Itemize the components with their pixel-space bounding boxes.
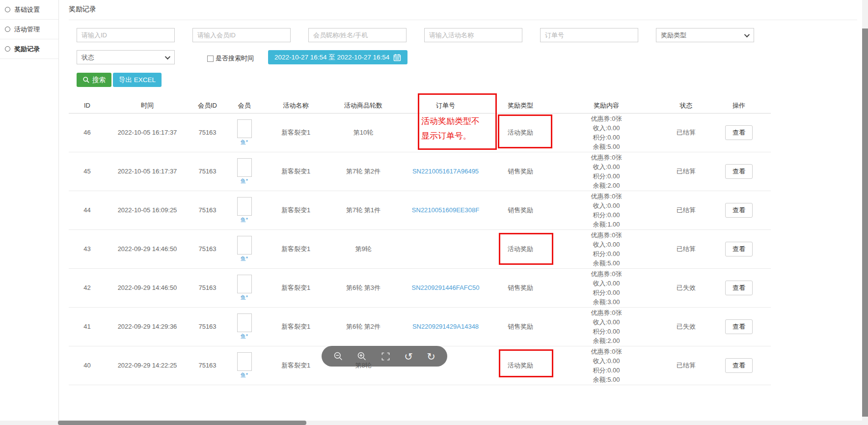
member-name[interactable]: 鱼*	[241, 216, 248, 224]
member-id-input[interactable]	[192, 28, 291, 42]
cell-reward-type: 销售奖励	[493, 307, 547, 346]
radio-circle-icon	[5, 7, 10, 12]
order-number-link[interactable]: SN2209291429A14348	[412, 323, 479, 330]
cell-status: 已失效	[665, 307, 707, 346]
fullscreen-icon[interactable]	[381, 352, 390, 361]
cell-order-number: SN2210051617A96495	[398, 152, 493, 191]
member-name[interactable]: 鱼*	[241, 255, 248, 262]
reward-coupon: 优惠券:0张	[547, 308, 665, 317]
member-avatar[interactable]	[237, 158, 252, 177]
reward-income: 收入:0.00	[547, 201, 665, 210]
cell-time: 2022-09-29 14:22:25	[106, 346, 189, 385]
zoom-out-icon[interactable]	[333, 351, 343, 361]
col-header-order: 订单号	[398, 98, 493, 113]
view-button[interactable]: 查看	[725, 358, 753, 373]
export-excel-button[interactable]: 导出 EXCEL	[113, 73, 162, 87]
reward-income: 收入:0.00	[547, 317, 665, 327]
zoom-in-icon[interactable]	[357, 351, 367, 361]
reward-balance: 余额:3.00	[547, 297, 665, 307]
member-name[interactable]: 鱼*	[241, 177, 248, 185]
cell-activity-name: 新客裂变1	[263, 152, 329, 191]
cell-member: 鱼*	[226, 229, 263, 268]
cell-round: 第6轮 第3件	[329, 268, 398, 307]
vertical-scrollbar-track[interactable]	[862, 0, 868, 425]
view-button[interactable]: 查看	[725, 203, 753, 218]
reward-balance: 余额:5.00	[547, 258, 665, 268]
member-name[interactable]: 鱼*	[241, 139, 248, 146]
horizontal-scrollbar-track[interactable]	[0, 421, 862, 425]
status-select[interactable]: 状态	[77, 50, 175, 64]
view-button[interactable]: 查看	[725, 242, 753, 256]
view-button[interactable]: 查看	[725, 125, 753, 140]
sidebar-item-reward-records[interactable]: 奖励记录	[0, 39, 58, 59]
member-avatar[interactable]	[237, 313, 252, 332]
cell-order-number	[398, 113, 493, 152]
cell-member-id: 75163	[189, 152, 226, 191]
member-name[interactable]: 鱼*	[241, 333, 248, 340]
radio-circle-icon	[5, 46, 10, 52]
table-row: 46 2022-10-05 16:17:37 75163 鱼* 新客裂变1 第1…	[69, 113, 771, 152]
member-name[interactable]: 鱼*	[241, 371, 248, 379]
member-avatar[interactable]	[237, 197, 252, 216]
cell-id: 40	[69, 346, 106, 385]
activity-name-input[interactable]	[424, 28, 522, 42]
chevron-down-icon	[165, 54, 170, 59]
member-avatar[interactable]	[237, 236, 252, 255]
status-select-value: 状态	[81, 53, 94, 62]
cell-reward-content: 优惠券:0张 收入:0.00 积分:0.00 余额:5.00	[547, 346, 665, 385]
sidebar-item-basic-settings[interactable]: 基础设置	[0, 0, 58, 20]
rotate-right-icon[interactable]: ↻	[427, 351, 435, 362]
reward-type-select[interactable]: 奖励类型	[656, 28, 754, 42]
order-number-link[interactable]: SN2209291446FAFC50	[411, 284, 479, 291]
member-avatar[interactable]	[237, 275, 252, 293]
cell-member-id: 75163	[189, 191, 226, 229]
sidebar-item-label: 基础设置	[14, 5, 40, 14]
member-name[interactable]: 鱼*	[241, 294, 248, 301]
date-range-button[interactable]: 2022-10-27 16:54 至 2022-10-27 16:54	[268, 50, 407, 64]
order-number-link[interactable]: SN2210051609EE308F	[412, 206, 479, 214]
col-header-time: 时间	[106, 98, 189, 113]
horizontal-scrollbar-thumb[interactable]	[58, 421, 306, 425]
reward-balance: 余额:2.00	[547, 181, 665, 190]
search-button[interactable]: 搜索	[77, 73, 111, 87]
view-button[interactable]: 查看	[725, 281, 753, 295]
vertical-scrollbar-thumb[interactable]	[862, 28, 868, 417]
col-header-member-id: 会员ID	[189, 98, 226, 113]
rotate-left-icon[interactable]: ↺	[404, 351, 413, 362]
cell-order-number: SN2209291446FAFC50	[398, 268, 493, 307]
member-avatar[interactable]	[237, 352, 252, 371]
cell-member: 鱼*	[226, 191, 263, 229]
view-button[interactable]: 查看	[725, 164, 753, 179]
date-range-value: 2022-10-27 16:54 至 2022-10-27 16:54	[274, 53, 389, 62]
cell-activity-name: 新客裂变1	[263, 268, 329, 307]
view-button[interactable]: 查看	[725, 319, 753, 334]
cell-activity-name: 新客裂变1	[263, 229, 329, 268]
cell-reward-type: 活动奖励	[493, 229, 547, 268]
member-name-input[interactable]	[308, 28, 407, 42]
reward-points: 积分:0.00	[547, 249, 665, 258]
cell-reward-content: 优惠券:0张 收入:0.00 积分:0.00 余额:2.00	[547, 152, 665, 191]
id-input[interactable]	[77, 28, 175, 42]
chevron-down-icon	[744, 31, 750, 37]
cell-status: 已失效	[665, 268, 707, 307]
sidebar-item-label: 奖励记录	[14, 45, 40, 54]
search-time-checkbox[interactable]	[207, 56, 214, 62]
order-number-input[interactable]	[540, 28, 638, 42]
reward-points: 积分:0.00	[547, 288, 665, 297]
reward-coupon: 优惠券:0张	[547, 153, 665, 162]
cell-time: 2022-10-05 16:17:37	[106, 113, 189, 152]
cell-action: 查看	[707, 113, 771, 152]
cell-status: 已结算	[665, 113, 707, 152]
reward-points: 积分:0.00	[547, 366, 665, 375]
order-number-link[interactable]: SN2210051617A96495	[412, 168, 479, 175]
cell-action: 查看	[707, 152, 771, 191]
reward-coupon: 优惠券:0张	[547, 269, 665, 279]
col-header-activity: 活动名称	[263, 98, 329, 113]
page-title: 奖励记录	[69, 5, 96, 14]
cell-status: 已结算	[665, 152, 707, 191]
table-row: 45 2022-10-05 16:17:37 75163 鱼* 新客裂变1 第7…	[69, 152, 771, 191]
member-avatar[interactable]	[237, 119, 252, 138]
sidebar-item-activity-management[interactable]: 活动管理	[0, 20, 58, 39]
sidebar: 基础设置 活动管理 奖励记录	[0, 0, 59, 425]
cell-reward-type: 销售奖励	[493, 268, 547, 307]
